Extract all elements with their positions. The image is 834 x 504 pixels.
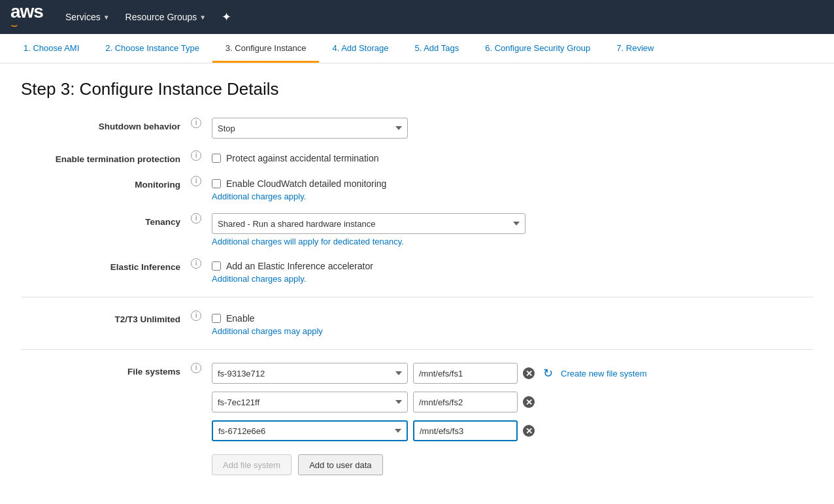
- t2t3-charges-link[interactable]: Additional charges may apply: [212, 326, 323, 336]
- divider-1: [21, 297, 813, 297]
- fs-path-1[interactable]: [413, 363, 518, 384]
- wizard-tabs: 1. Choose AMI 2. Choose Instance Type 3.…: [0, 34, 834, 63]
- services-label: Services: [65, 12, 101, 22]
- tenancy-charges-link[interactable]: Additional charges will apply for dedica…: [212, 237, 525, 246]
- fs-row-3: fs-6712e6e6 ✕: [212, 420, 647, 441]
- elastic-checkbox-text: Add an Elastic Inference accelerator: [226, 261, 373, 271]
- monitoring-charges-link[interactable]: Additional charges apply.: [212, 192, 386, 201]
- aws-logo: aws ⌣: [10, 3, 50, 32]
- resource-groups-label: Resource Groups: [125, 12, 197, 22]
- termination-checkbox-text: Protect against accidental termination: [226, 153, 378, 163]
- services-nav-item[interactable]: Services ▼: [65, 12, 110, 22]
- file-systems-row: File systems i fs-9313e712 ✕ ↻ Create ne…: [21, 363, 813, 475]
- monitoring-info-icon[interactable]: i: [191, 176, 201, 186]
- monitoring-checkbox-text: Enable CloudWatch detailed monitoring: [226, 178, 386, 189]
- termination-label: Enable termination protection: [21, 150, 191, 164]
- fs-select-2[interactable]: fs-7ec121ff: [212, 392, 408, 412]
- t2t3-checkbox[interactable]: [212, 314, 221, 323]
- tab-review[interactable]: 7. Review: [603, 34, 667, 63]
- elastic-info-icon[interactable]: i: [191, 258, 201, 269]
- t2t3-info-icon[interactable]: i: [191, 311, 201, 321]
- elastic-checkbox-label[interactable]: Add an Elastic Inference accelerator: [212, 258, 373, 271]
- tab-add-tags[interactable]: 5. Add Tags: [401, 34, 472, 63]
- filesystems-label: File systems: [21, 363, 191, 377]
- page-title: Step 3: Configure Instance Details: [21, 79, 813, 99]
- monitoring-row: Monitoring i Enable CloudWatch detailed …: [21, 176, 813, 201]
- fs-select-1[interactable]: fs-9313e712: [212, 363, 408, 384]
- aws-smile-icon: ⌣: [10, 18, 21, 32]
- fs-select-3[interactable]: fs-6712e6e6: [212, 420, 408, 441]
- monitoring-checkbox-label[interactable]: Enable CloudWatch detailed monitoring: [212, 176, 386, 189]
- tenancy-info-icon[interactable]: i: [191, 213, 201, 224]
- termination-checkbox-label[interactable]: Protect against accidental termination: [212, 150, 378, 163]
- t2t3-checkbox-label[interactable]: Enable: [212, 311, 323, 324]
- termination-checkbox[interactable]: [212, 154, 221, 163]
- fs-action-buttons: Add file system Add to user data: [212, 454, 647, 475]
- tab-choose-instance-type[interactable]: 2. Choose Instance Type: [92, 34, 212, 63]
- fs-path-2[interactable]: [413, 392, 518, 412]
- elastic-checkbox[interactable]: [212, 261, 221, 271]
- fs-path-3[interactable]: [413, 420, 518, 441]
- add-file-system-button: Add file system: [212, 454, 292, 475]
- t2t3-label: T2/T3 Unlimited: [21, 311, 191, 324]
- tenancy-label: Tenancy: [21, 213, 191, 227]
- fs-row-2: fs-7ec121ff ✕: [212, 392, 647, 412]
- fs-row-1: fs-9313e712 ✕ ↻ Create new file system: [212, 363, 647, 384]
- tenancy-row: Tenancy i Shared - Run a shared hardware…: [21, 213, 813, 246]
- termination-info-icon[interactable]: i: [191, 150, 201, 161]
- divider-2: [21, 349, 813, 350]
- shutdown-info-icon[interactable]: i: [191, 118, 201, 128]
- fs-refresh-btn-1[interactable]: ↻: [540, 365, 556, 381]
- termination-protection-row: Enable termination protection i Protect …: [21, 150, 813, 164]
- elastic-inference-row: Elastic Inference i Add an Elastic Infer…: [21, 258, 813, 284]
- shutdown-behavior-row: Shutdown behavior i Stop Terminate: [21, 118, 813, 139]
- t2t3-checkbox-text: Enable: [226, 313, 255, 324]
- shutdown-select[interactable]: Stop Terminate: [212, 118, 408, 139]
- monitoring-label: Monitoring: [21, 176, 191, 190]
- top-navigation: aws ⌣ Services ▼ Resource Groups ▼ ✦: [0, 0, 834, 34]
- services-arrow-icon: ▼: [103, 14, 110, 21]
- resource-groups-arrow-icon: ▼: [199, 14, 206, 21]
- add-to-user-data-button[interactable]: Add to user data: [298, 454, 382, 475]
- tab-configure-security-group[interactable]: 6. Configure Security Group: [472, 34, 603, 63]
- elastic-charges-link[interactable]: Additional charges apply.: [212, 274, 373, 284]
- tab-add-storage[interactable]: 4. Add Storage: [319, 34, 401, 63]
- tab-choose-ami[interactable]: 1. Choose AMI: [10, 34, 92, 63]
- fs-remove-btn-2[interactable]: ✕: [523, 396, 535, 408]
- tenancy-select[interactable]: Shared - Run a shared hardware instance …: [212, 213, 525, 234]
- main-content: Step 3: Configure Instance Details Shutd…: [0, 63, 834, 503]
- shutdown-label: Shutdown behavior: [21, 118, 191, 131]
- pin-icon[interactable]: ✦: [222, 10, 231, 24]
- filesystems-info-icon[interactable]: i: [191, 363, 201, 373]
- monitoring-checkbox[interactable]: [212, 179, 221, 188]
- tab-configure-instance[interactable]: 3. Configure Instance: [212, 34, 320, 63]
- resource-groups-nav-item[interactable]: Resource Groups ▼: [125, 12, 207, 22]
- fs-remove-btn-1[interactable]: ✕: [523, 367, 535, 379]
- t2t3-unlimited-row: T2/T3 Unlimited i Enable Additional char…: [21, 311, 813, 336]
- fs-remove-btn-3[interactable]: ✕: [523, 425, 535, 437]
- elastic-label: Elastic Inference: [21, 258, 191, 272]
- create-fs-link[interactable]: Create new file system: [561, 369, 647, 378]
